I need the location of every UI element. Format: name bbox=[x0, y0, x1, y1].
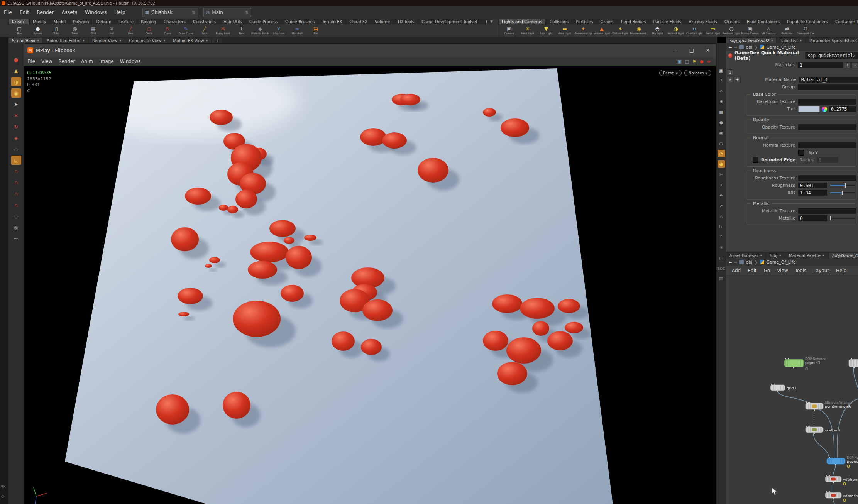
shelf-tool-distant-light[interactable]: ✶Distant Light bbox=[611, 26, 630, 35]
os-title-bar[interactable]: E:/!ASSETS/HoudiniPRJ/Assets/Game_of_lif… bbox=[0, 0, 858, 6]
shelf-tab-particles[interactable]: Particles bbox=[572, 19, 596, 24]
shelf-tab-populate-containers[interactable]: Populate Containers bbox=[784, 19, 831, 24]
shelf-tab-volume[interactable]: Volume bbox=[371, 19, 393, 24]
shelf-tool-l-system[interactable]: YL-System bbox=[269, 26, 288, 35]
left-tool-icon-15[interactable]: ◎ bbox=[11, 223, 21, 232]
ior-slider[interactable] bbox=[830, 192, 855, 193]
pane-tab-asset-browser[interactable]: Asset Browser▪ bbox=[726, 253, 765, 258]
menu-edit[interactable]: Edit bbox=[16, 9, 33, 15]
material-name-field[interactable]: Material_1 bbox=[799, 77, 858, 83]
network-menu-go[interactable]: Go bbox=[761, 268, 773, 273]
shelf-tab-characters[interactable]: Characters bbox=[160, 19, 189, 24]
network-menu-tools[interactable]: Tools bbox=[792, 268, 809, 273]
record-on-icon[interactable]: ● bbox=[700, 59, 704, 64]
right-tool-icon-10[interactable]: ✄ bbox=[718, 171, 725, 178]
opacity-texture-field[interactable] bbox=[798, 124, 856, 130]
breadcrumb-root[interactable]: obj bbox=[746, 260, 752, 265]
shelf-tab-guide-process[interactable]: Guide Process bbox=[246, 19, 281, 24]
shelf-tab-lights-and-cameras[interactable]: Lights and Cameras bbox=[498, 19, 546, 24]
camera-dropdown[interactable]: No cam ▼ bbox=[684, 70, 711, 76]
pane-tab-material-palette[interactable]: Material Palette▪ bbox=[785, 253, 828, 258]
left-tool-icon-6[interactable]: ↻ bbox=[11, 122, 21, 131]
record-off-icon[interactable]: ⬬ bbox=[707, 59, 711, 64]
menu-assets[interactable]: Assets bbox=[58, 9, 81, 15]
mplay-viewport[interactable]: ip-11:09:35 1833x1152 fr 331 C Persp ▼ N… bbox=[24, 66, 716, 504]
left-tool-icon-10[interactable]: ∩ bbox=[11, 167, 21, 176]
shelf-tool-indirect-light[interactable]: ◑Indirect Light bbox=[667, 26, 685, 35]
mplay-menu-windows[interactable]: Windows bbox=[117, 59, 144, 64]
mplay-menu-render[interactable]: Render bbox=[56, 59, 78, 64]
shelf-tool-volume-light[interactable]: ▲Volume Light bbox=[592, 26, 611, 35]
pane-tab-composite-view[interactable]: Composite View▪ bbox=[125, 38, 169, 43]
right-tool-icon-9[interactable]: ◕ bbox=[718, 160, 725, 168]
shelf-tab-hair-utils[interactable]: Hair Utils bbox=[220, 19, 245, 24]
group-field[interactable] bbox=[798, 84, 858, 90]
close-button[interactable]: ✕ bbox=[700, 47, 716, 53]
pane-tab-obj-game-of-life[interactable]: /obj/Game_Of_Life▪ bbox=[829, 253, 858, 258]
shelf-tool-ambient-light[interactable]: ○Ambient Light bbox=[722, 26, 741, 35]
pane-tab-animation-editor[interactable]: Animation Editor▪ bbox=[43, 38, 88, 43]
materials-count-field[interactable]: 1 bbox=[798, 62, 843, 68]
edge-tool-icon-0[interactable]: ◇ bbox=[1, 494, 4, 499]
pane-tab-scene-view[interactable]: Scene View▪ bbox=[8, 38, 42, 43]
right-tool-icon-18[interactable]: □ bbox=[718, 254, 725, 262]
left-tool-icon-8[interactable]: ◇ bbox=[11, 144, 21, 154]
left-tool-icon-1[interactable]: ▲ bbox=[11, 66, 21, 75]
basecolor-texture-field[interactable] bbox=[798, 99, 856, 105]
shelf-tab-texture[interactable]: Texture bbox=[115, 19, 137, 24]
shelf-tool-metaball[interactable]: ∞Metaball bbox=[288, 26, 306, 35]
shelf-tab-constraints[interactable]: Constraints bbox=[190, 19, 220, 24]
shelf-tool-platonic-solids[interactable]: ◆Platonic Solids bbox=[251, 26, 269, 35]
shelf-tab-guide-brushes[interactable]: Guide Brushes bbox=[282, 19, 318, 24]
shelf-overflow-icon[interactable]: ▼ bbox=[490, 20, 493, 24]
right-tool-icon-15[interactable]: ▷ bbox=[718, 223, 725, 230]
right-tool-icon-0[interactable]: ▣ bbox=[718, 66, 725, 74]
shelf-tab-rigid-bodies[interactable]: Rigid Bodies bbox=[617, 19, 649, 24]
right-tool-icon-11[interactable]: • bbox=[718, 181, 725, 189]
flipy-checkbox[interactable] bbox=[798, 150, 804, 156]
shelf-tool-tube[interactable]: ▯Tube bbox=[47, 26, 66, 35]
ior-field[interactable]: 1.94 bbox=[798, 190, 827, 196]
maximize-button[interactable]: □ bbox=[684, 47, 700, 53]
res-half-icon[interactable]: ▣ bbox=[677, 59, 681, 64]
right-tool-icon-2[interactable]: ✍ bbox=[718, 87, 725, 95]
roughness-field[interactable]: 0.601 bbox=[798, 183, 827, 188]
network-menu-add[interactable]: Add bbox=[729, 268, 743, 273]
shelf-tool-caustic-light[interactable]: ∪Caustic Light bbox=[685, 26, 704, 35]
pane-tab-obj[interactable]: /obj▪ bbox=[766, 253, 784, 258]
forward-arrow-icon[interactable]: ➡ bbox=[734, 45, 737, 50]
shelf-tab-oceans[interactable]: Oceans bbox=[721, 19, 743, 24]
remove-material-button[interactable]: − bbox=[851, 62, 858, 68]
main-take-spinner-icon[interactable]: ⇅ bbox=[245, 10, 248, 14]
material-index-tab[interactable]: 1 bbox=[727, 69, 733, 76]
left-tool-icon-7[interactable]: ◈ bbox=[11, 133, 21, 142]
breadcrumb-root[interactable]: obj bbox=[746, 45, 752, 50]
shelf-tab-container-tools[interactable]: Container Tools bbox=[832, 19, 858, 24]
menu-windows[interactable]: Windows bbox=[81, 9, 110, 15]
tab-menu-icon[interactable]: ▪ bbox=[37, 39, 39, 42]
main-take-selector[interactable]: ◎ Main ⇅ bbox=[203, 8, 251, 17]
shelf-tab-viscous-fluids[interactable]: Viscous Fluids bbox=[685, 19, 721, 24]
network-menu-view[interactable]: View bbox=[774, 268, 790, 273]
shelf-tab-td-tools[interactable]: TD Tools bbox=[394, 19, 418, 24]
shelf-tool-geometry-light[interactable]: ✦Geometry Light bbox=[574, 26, 592, 35]
left-tool-icon-5[interactable]: ✕ bbox=[11, 111, 21, 120]
right-tool-icon-13[interactable]: ➚ bbox=[718, 202, 725, 210]
shelf-tab-fluid-containers[interactable]: Fluid Containers bbox=[743, 19, 783, 24]
mplay-menu-anim[interactable]: Anim bbox=[78, 59, 96, 64]
metallic-field[interactable]: 0 bbox=[798, 215, 827, 221]
left-tool-icon-3[interactable]: ◉ bbox=[11, 88, 21, 98]
shelf-tool-camera[interactable]: ▣Camera bbox=[500, 26, 518, 35]
tab-menu-icon[interactable]: ▪ bbox=[119, 39, 121, 42]
shelf-tool-null[interactable]: ✕Null bbox=[103, 26, 121, 35]
pane-tab-parameter-spreadsheet[interactable]: Parameter Spreadsheet▪ bbox=[806, 38, 858, 43]
delete-entry-button[interactable]: ✕ bbox=[727, 77, 733, 83]
shelf-tool-path[interactable]: ╱Path bbox=[195, 26, 214, 35]
shelf-tab-model[interactable]: Model bbox=[50, 19, 69, 24]
tint-value-field[interactable]: 0.2775 bbox=[829, 106, 856, 112]
shelf-tab-rigging[interactable]: Rigging bbox=[137, 19, 160, 24]
shelf-tool-grid[interactable]: ▦Grid bbox=[84, 26, 103, 35]
right-tool-icon-3[interactable]: ✱ bbox=[718, 98, 725, 105]
shelf-tool-gamepad-camera[interactable]: ΩGamepad Camera bbox=[796, 26, 815, 35]
mplay-menu-view[interactable]: View bbox=[38, 59, 55, 64]
